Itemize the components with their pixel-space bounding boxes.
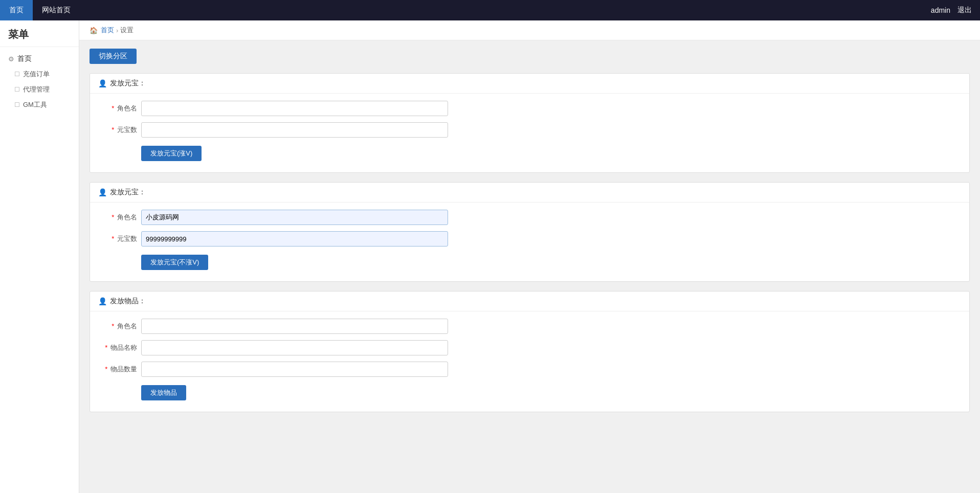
nav-item-website[interactable]: 网站首页	[33, 0, 80, 20]
section-header-2: 👤 发放元宝：	[90, 183, 969, 203]
input-s1-gold[interactable]	[141, 122, 448, 138]
home-icon: 🏠	[90, 27, 98, 34]
breadcrumb: 🏠 首页 › 设置	[79, 20, 980, 40]
content-area: 切换分区 👤 发放元宝： * 角色名	[79, 40, 980, 430]
required-s3-item: *	[105, 344, 107, 351]
required-s1-gold: *	[112, 126, 114, 133]
user-icon-2: 👤	[98, 188, 107, 196]
section-grant-gold-1: 👤 发放元宝： * 角色名 * 元宝数	[90, 73, 970, 173]
label-s3-qty: * 物品数量	[100, 365, 141, 374]
section-grant-gold-2: 👤 发放元宝： * 角色名 * 元宝数	[90, 182, 970, 282]
section-body-1: * 角色名 * 元宝数 发放元宝(涨V)	[90, 94, 969, 172]
form-row-s2-role: * 角色名	[90, 210, 969, 225]
sidebar-item-gm-label: GM工具	[23, 100, 47, 109]
doc-icon-recharge: ☐	[14, 71, 20, 78]
label-s2-role: * 角色名	[100, 213, 141, 222]
input-s3-role[interactable]	[141, 319, 448, 334]
required-s1-role: *	[112, 104, 114, 112]
label-s2-gold: * 元宝数	[100, 234, 141, 243]
input-s3-item[interactable]	[141, 340, 448, 355]
section-body-3: * 角色名 * 物品名称 *	[90, 311, 969, 412]
section-header-label-1: 发放元宝：	[110, 79, 146, 88]
input-s2-gold[interactable]	[141, 231, 448, 246]
logout-button[interactable]: 退出	[957, 6, 972, 15]
form-row-s3-qty: * 物品数量	[90, 362, 969, 377]
label-s3-item: * 物品名称	[100, 343, 141, 352]
breadcrumb-current: 设置	[120, 26, 133, 35]
sidebar-item-agent[interactable]: ☐ 代理管理	[0, 82, 79, 97]
required-s3-qty: *	[105, 365, 107, 373]
layout: 菜单 ⚙ 首页 ☐ 充值订单 ☐ 代理管理 ☐ GM工具 🏠 首页	[0, 20, 980, 493]
sidebar-item-recharge-label: 充值订单	[23, 70, 50, 79]
form-btn-row-s2: 发放元宝(不涨V)	[90, 253, 969, 272]
switch-zone-button[interactable]: 切换分区	[90, 49, 137, 64]
form-btn-row-s1: 发放元宝(涨V)	[90, 144, 969, 163]
section-header-label-3: 发放物品：	[110, 297, 146, 306]
sidebar-section-label: 首页	[17, 54, 32, 63]
sidebar-section-header-home[interactable]: ⚙ 首页	[0, 51, 79, 66]
main-content: 🏠 首页 › 设置 切换分区 👤 发放元宝： * 角色名	[79, 20, 980, 493]
section-header-1: 👤 发放元宝：	[90, 74, 969, 94]
section-body-2: * 角色名 * 元宝数 发放元宝(不涨V)	[90, 203, 969, 281]
form-row-s1-role: * 角色名	[90, 101, 969, 116]
top-nav-left: 首页 网站首页	[0, 0, 80, 20]
required-s2-gold: *	[112, 235, 114, 242]
doc-icon-agent: ☐	[14, 86, 20, 93]
sidebar-item-gm[interactable]: ☐ GM工具	[0, 97, 79, 113]
breadcrumb-home[interactable]: 首页	[101, 26, 114, 35]
form-btn-row-s3: 发放物品	[90, 383, 969, 402]
top-nav: 首页 网站首页 admin 退出	[0, 0, 980, 20]
submit-btn-s1[interactable]: 发放元宝(涨V)	[141, 146, 202, 161]
section-header-label-2: 发放元宝：	[110, 188, 146, 197]
required-s2-role: *	[112, 213, 114, 221]
label-s3-role: * 角色名	[100, 322, 141, 331]
sidebar-title: 菜单	[0, 20, 79, 47]
section-grant-item: 👤 发放物品： * 角色名 * 物品名称	[90, 291, 970, 412]
form-row-s1-gold: * 元宝数	[90, 122, 969, 138]
submit-btn-s2[interactable]: 发放元宝(不涨V)	[141, 255, 208, 270]
input-s2-role[interactable]	[141, 210, 448, 225]
user-icon-1: 👤	[98, 79, 107, 87]
sidebar: 菜单 ⚙ 首页 ☐ 充值订单 ☐ 代理管理 ☐ GM工具	[0, 20, 79, 493]
form-row-s3-item: * 物品名称	[90, 340, 969, 355]
sidebar-item-recharge[interactable]: ☐ 充值订单	[0, 66, 79, 82]
doc-icon-gm: ☐	[14, 101, 20, 108]
sidebar-item-agent-label: 代理管理	[23, 85, 50, 94]
gear-icon: ⚙	[8, 55, 14, 63]
label-s1-role: * 角色名	[100, 104, 141, 113]
form-row-s3-role: * 角色名	[90, 319, 969, 334]
sidebar-section-home: ⚙ 首页 ☐ 充值订单 ☐ 代理管理 ☐ GM工具	[0, 47, 79, 114]
breadcrumb-separator: ›	[116, 27, 118, 34]
admin-username: admin	[931, 6, 950, 14]
nav-item-home[interactable]: 首页	[0, 0, 33, 20]
top-nav-right: admin 退出	[931, 6, 980, 15]
label-s1-gold: * 元宝数	[100, 125, 141, 135]
section-header-3: 👤 发放物品：	[90, 292, 969, 311]
submit-btn-s3[interactable]: 发放物品	[141, 385, 186, 400]
required-s3-role: *	[112, 322, 114, 330]
form-row-s2-gold: * 元宝数	[90, 231, 969, 246]
input-s1-role[interactable]	[141, 101, 448, 116]
user-icon-3: 👤	[98, 297, 107, 305]
input-s3-qty[interactable]	[141, 362, 448, 377]
